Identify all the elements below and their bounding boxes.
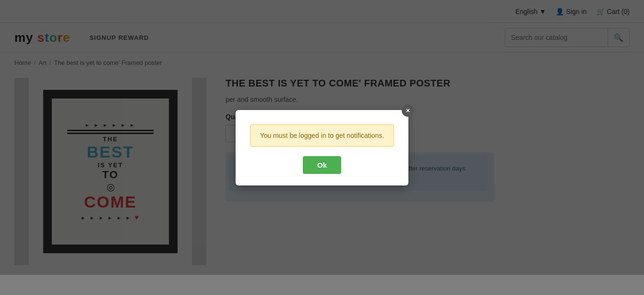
modal-dialog: × You must be logged in to get notificat… [236,110,408,185]
modal-overlay: × You must be logged in to get notificat… [0,0,644,275]
modal-ok-button[interactable]: Ok [303,156,341,174]
modal-close-button[interactable]: × [402,104,414,117]
modal-alert-text: You must be logged in to get notificatio… [250,124,394,147]
